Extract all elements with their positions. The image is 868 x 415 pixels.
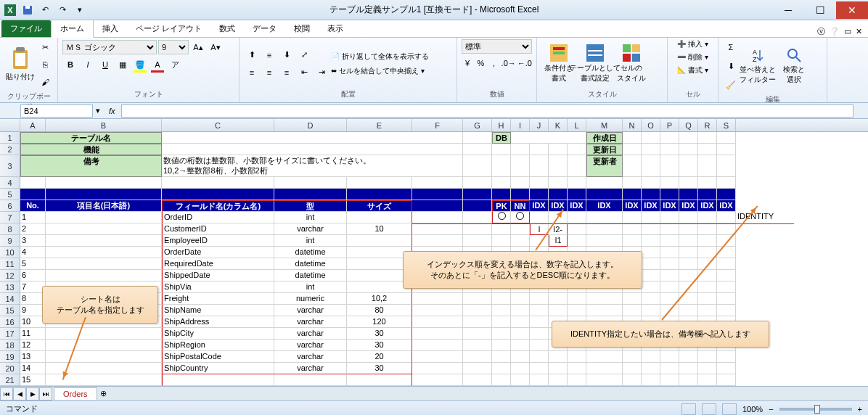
font-size-select[interactable]: 9: [158, 40, 189, 54]
cell[interactable]: [698, 351, 717, 363]
cell[interactable]: [623, 374, 642, 386]
cell-field[interactable]: ShipName: [162, 305, 274, 316]
cell[interactable]: [679, 351, 698, 363]
find-select-button[interactable]: 検索と 選択: [777, 42, 811, 90]
cell[interactable]: [492, 189, 511, 200]
cell-size[interactable]: 10,2: [347, 293, 412, 305]
cell[interactable]: [46, 328, 162, 340]
cell-field[interactable]: ShipCountry: [162, 363, 274, 374]
cell-no[interactable]: 12: [20, 340, 46, 351]
row-header-16[interactable]: 16: [0, 316, 20, 328]
col-header-A[interactable]: A: [20, 119, 46, 131]
cell[interactable]: [717, 132, 736, 144]
inc-decimal-icon[interactable]: .0→: [501, 55, 516, 71]
cell-no[interactable]: 1: [20, 212, 46, 223]
row-header-4[interactable]: 4: [0, 177, 20, 189]
col-header-M[interactable]: M: [586, 119, 623, 131]
align-right-icon[interactable]: ≡: [279, 65, 295, 81]
cell[interactable]: [347, 177, 412, 189]
cell[interactable]: [586, 374, 623, 386]
remarks-text[interactable]: 数値の桁数は整数部、小数部をサイズに書いてください。10,2→整数部8桁、小数部…: [162, 155, 463, 177]
sheet-tab-orders[interactable]: Orders: [54, 387, 97, 400]
cell[interactable]: [717, 374, 736, 386]
cell[interactable]: [530, 155, 549, 177]
cell[interactable]: [568, 293, 586, 305]
cell-no[interactable]: 5: [20, 258, 46, 270]
cell[interactable]: [717, 144, 736, 155]
window-restore-icon[interactable]: ▭: [844, 27, 851, 36]
cell[interactable]: [549, 144, 568, 155]
cell[interactable]: [492, 144, 511, 155]
cell[interactable]: [623, 235, 642, 247]
col-header-F[interactable]: F: [412, 119, 463, 131]
cell[interactable]: [660, 212, 679, 223]
cell[interactable]: [412, 235, 463, 247]
row-header-11[interactable]: 11: [0, 258, 20, 270]
font-color-icon[interactable]: A: [150, 57, 165, 73]
tab-review[interactable]: 校閲: [285, 20, 319, 37]
cells-format-button[interactable]: 📐 書式 ▾: [677, 65, 708, 75]
col-header-G[interactable]: G: [463, 119, 492, 131]
colh-idx[interactable]: IDX: [698, 200, 717, 212]
cell-identity[interactable]: IDENTITY: [737, 212, 774, 221]
cell[interactable]: [698, 282, 717, 293]
col-header-C[interactable]: C: [162, 119, 274, 131]
cell-idx[interactable]: [549, 363, 568, 374]
colh-idx[interactable]: IDX: [568, 200, 586, 212]
cell[interactable]: [623, 177, 642, 189]
cell-type[interactable]: [274, 374, 347, 386]
colh-idx[interactable]: IDX: [530, 200, 549, 212]
cell[interactable]: [623, 212, 642, 223]
cell[interactable]: [642, 235, 660, 247]
row-header-1[interactable]: 1: [0, 132, 20, 144]
cell[interactable]: [623, 132, 642, 144]
cell-pk[interactable]: [492, 374, 511, 386]
cell[interactable]: [717, 189, 736, 200]
cell[interactable]: [568, 144, 586, 155]
cell-type[interactable]: varchar: [274, 340, 347, 351]
cell-idx[interactable]: [549, 351, 568, 363]
header-tablename[interactable]: テーブル名: [20, 132, 162, 144]
cell-type[interactable]: datetime: [274, 258, 347, 270]
row-header-21[interactable]: 21: [0, 374, 20, 386]
cell[interactable]: [679, 212, 698, 223]
zoom-slider[interactable]: [779, 408, 852, 411]
cell[interactable]: [568, 235, 586, 247]
cell-pk[interactable]: [492, 212, 511, 223]
cell[interactable]: [642, 270, 660, 282]
cell-size[interactable]: 80: [347, 305, 412, 316]
header-remarks[interactable]: 備考: [20, 155, 162, 177]
cell[interactable]: [162, 144, 463, 155]
cell-nn[interactable]: [511, 212, 530, 223]
cell[interactable]: [623, 363, 642, 374]
cell[interactable]: [162, 177, 274, 189]
cell[interactable]: [412, 212, 463, 223]
cell[interactable]: [463, 374, 492, 386]
cell[interactable]: [717, 258, 736, 270]
font-name-select[interactable]: ＭＳ ゴシック: [62, 40, 157, 54]
col-header-Q[interactable]: Q: [679, 119, 698, 131]
cell[interactable]: [623, 293, 642, 305]
cell[interactable]: [568, 155, 586, 177]
colh-size[interactable]: サイズ: [347, 200, 412, 212]
cell[interactable]: [660, 247, 679, 258]
select-all-corner[interactable]: [0, 119, 20, 131]
cell[interactable]: [463, 144, 492, 155]
cell-type[interactable]: datetime: [274, 270, 347, 282]
cell[interactable]: [463, 328, 492, 340]
cell[interactable]: [679, 374, 698, 386]
col-header-K[interactable]: K: [549, 119, 568, 131]
cell[interactable]: [679, 189, 698, 200]
cell-idx[interactable]: [530, 340, 549, 351]
name-box[interactable]: B24: [20, 104, 93, 118]
col-header-D[interactable]: D: [274, 119, 347, 131]
cell[interactable]: [642, 155, 660, 177]
cell-size[interactable]: 10: [347, 223, 412, 235]
tab-home[interactable]: ホーム: [51, 20, 94, 38]
cell[interactable]: [511, 144, 530, 155]
cell[interactable]: [463, 293, 492, 305]
cell-pk[interactable]: [492, 223, 511, 235]
cell-nn[interactable]: [511, 340, 530, 351]
cell[interactable]: [698, 374, 717, 386]
cell-nn[interactable]: [511, 235, 530, 247]
